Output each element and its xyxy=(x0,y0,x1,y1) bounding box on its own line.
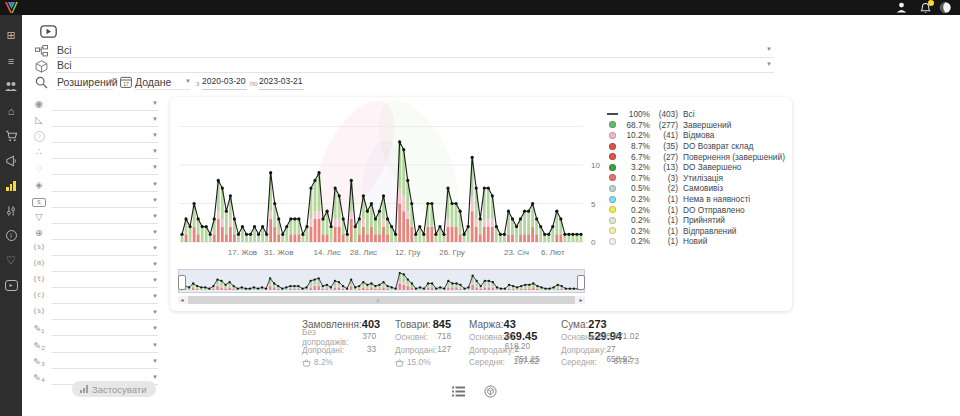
legend-item[interactable]: 0.5%(2)Самовивіз xyxy=(606,183,788,194)
search-mode-select[interactable]: Розширений ▼ xyxy=(56,76,113,90)
legend-item[interactable]: 0.2%(1)Нема в наявності xyxy=(606,194,788,205)
chevron-down-icon[interactable]: ▼ xyxy=(152,293,158,299)
filter-dropdown[interactable]: ▼ xyxy=(52,355,158,369)
sidebar-item-clients[interactable] xyxy=(0,73,22,98)
sidebar-item-dashboard[interactable]: ⊞ xyxy=(0,23,22,48)
legend-item[interactable]: 6.7%(27)Повернення (завершений) xyxy=(606,151,788,162)
chevron-down-icon[interactable]: ▼ xyxy=(152,213,158,219)
search-icon[interactable] xyxy=(35,76,48,89)
sidebar-item-analytics[interactable] xyxy=(0,173,22,198)
filter-row-globe[interactable]: ⊕▼ xyxy=(30,226,160,241)
sidebar-item-partners[interactable]: ♡ xyxy=(0,248,22,273)
chevron-down-icon[interactable]: ▼ xyxy=(185,78,191,84)
legend-item[interactable]: 100%(403)Всі xyxy=(606,109,788,120)
product-view-icon[interactable] xyxy=(484,385,497,398)
legend-item[interactable]: 0.2%(1)Відправлений xyxy=(606,226,788,237)
chart-scrollbar[interactable]: ◂ ▸ ≡ xyxy=(178,296,585,304)
navigator-right-handle[interactable] xyxy=(577,275,585,290)
chevron-down-icon[interactable]: ▼ xyxy=(152,358,158,364)
chevron-down-icon[interactable]: ▼ xyxy=(152,245,158,251)
date-from-input[interactable]: 2020-03-20 xyxy=(202,76,247,90)
chevron-down-icon[interactable]: ▼ xyxy=(152,309,158,315)
sidebar-item-tutorials[interactable]: ▸ xyxy=(0,273,22,298)
chevron-down-icon[interactable]: ▼ xyxy=(152,132,158,138)
filter-dropdown[interactable]: ▼ xyxy=(52,194,158,208)
chevron-down-icon[interactable]: ▼ xyxy=(152,261,158,267)
chart-navigator[interactable] xyxy=(178,269,585,293)
filter-row-custom-field-2[interactable]: ✎₂▼ xyxy=(30,339,160,354)
filter-row-custom-field-3[interactable]: ✎₃▼ xyxy=(30,355,160,370)
chevron-down-icon[interactable]: ▼ xyxy=(152,116,158,122)
filter-dropdown[interactable]: ▼ xyxy=(52,210,158,224)
filter-dropdown[interactable]: ▼ xyxy=(52,97,158,111)
sidebar-item-orders[interactable]: ≡ xyxy=(0,48,22,73)
list-view-icon[interactable] xyxy=(452,386,465,397)
filter-dropdown[interactable]: ▼ xyxy=(52,113,158,127)
filter-row-var-c[interactable]: {c}▼ xyxy=(30,290,160,305)
bell-icon[interactable] xyxy=(919,1,932,14)
chevron-down-icon[interactable]: ▼ xyxy=(108,78,114,84)
filter-dropdown[interactable]: ▼ xyxy=(52,339,158,353)
sidebar-item-marketing[interactable] xyxy=(0,148,22,173)
chevron-down-icon[interactable]: ▼ xyxy=(152,181,158,187)
presentation-icon[interactable] xyxy=(40,25,57,38)
date-to-input[interactable]: 2023-03-21 xyxy=(259,76,304,90)
filter-dropdown[interactable]: ▼ xyxy=(52,322,158,336)
legend-item[interactable]: 0.7%(3)Утилізація xyxy=(606,173,788,184)
filter-dropdown[interactable]: ▼ xyxy=(52,242,158,256)
filter-row-package[interactable]: ◈▼ xyxy=(30,178,160,193)
sidebar-item-store[interactable]: ⌂ xyxy=(0,98,22,123)
chevron-down-icon[interactable]: ▼ xyxy=(766,61,772,67)
calendar-icon[interactable]: 17 xyxy=(120,76,132,88)
category-filter[interactable]: Всі ▼ xyxy=(56,44,774,58)
chevron-down-icon[interactable]: ▼ xyxy=(152,197,158,203)
filter-row-area-chart[interactable]: ◺▼ xyxy=(30,113,160,128)
sidebar-item-cart[interactable] xyxy=(0,123,22,148)
legend-item[interactable]: 0.2%(1)Прийнятий xyxy=(606,215,788,226)
chevron-down-icon[interactable]: ▼ xyxy=(766,46,772,52)
legend-item[interactable]: 10.2%(41)Відмова xyxy=(606,130,788,141)
filter-row-help[interactable]: ?▼ xyxy=(30,129,160,144)
filter-dropdown[interactable]: ▼ xyxy=(52,290,158,304)
filter-row-var-t[interactable]: {t}▼ xyxy=(30,274,160,289)
filter-row-var-s2[interactable]: {s}▼ xyxy=(30,306,160,321)
filter-row-var-s[interactable]: {s}▼ xyxy=(30,242,160,257)
chevron-down-icon[interactable]: ▼ xyxy=(152,374,158,380)
user-icon[interactable] xyxy=(895,1,908,14)
legend-item[interactable]: 68.7%(277)Завершений xyxy=(606,120,788,131)
filter-row-status[interactable]: ◉▼ xyxy=(30,97,160,112)
filter-dropdown[interactable]: ▼ xyxy=(52,306,158,320)
legend-item[interactable]: 0.2%(1)Новий xyxy=(606,236,788,247)
brand-logo[interactable] xyxy=(3,1,20,14)
chevron-down-icon[interactable]: ▼ xyxy=(152,100,158,106)
chevron-down-icon[interactable]: ▼ xyxy=(152,325,158,331)
product-filter[interactable]: Всі ▼ xyxy=(56,59,774,73)
scroll-right-icon[interactable]: ▸ xyxy=(577,296,585,304)
chevron-down-icon[interactable]: ▼ xyxy=(152,148,158,154)
avatar[interactable] xyxy=(939,1,952,14)
filter-dropdown[interactable]: ▼ xyxy=(52,274,158,288)
filter-row-var-m[interactable]: {m}▼ xyxy=(30,258,160,273)
filter-row-sitemap[interactable]: ∴▼ xyxy=(30,145,160,160)
chevron-down-icon[interactable]: ▼ xyxy=(152,277,158,283)
filter-dropdown[interactable]: ▼ xyxy=(52,161,158,175)
filter-row-dotted-circle[interactable]: ◌▼ xyxy=(30,161,160,176)
filter-dropdown[interactable]: ▼ xyxy=(52,178,158,192)
filter-row-money[interactable]: $▼ xyxy=(30,194,160,209)
legend-item[interactable]: 8.7%(35)DO Возврат склад xyxy=(606,141,788,152)
chevron-down-icon[interactable]: ▼ xyxy=(152,229,158,235)
filter-dropdown[interactable]: ▼ xyxy=(52,226,158,240)
filter-dropdown[interactable]: ▼ xyxy=(52,258,158,272)
scroll-left-icon[interactable]: ◂ xyxy=(178,296,186,304)
sidebar-item-info[interactable]: i xyxy=(0,223,22,248)
chevron-down-icon[interactable]: ▼ xyxy=(152,164,158,170)
scrollbar-thumb[interactable]: ≡ xyxy=(188,296,575,304)
date-field-select[interactable]: Додане ▼ xyxy=(134,76,190,90)
legend-item[interactable]: 3.2%(13)DO Завершено xyxy=(606,162,788,173)
navigator-left-handle[interactable] xyxy=(178,275,186,290)
apply-button[interactable]: Застосувати xyxy=(72,381,156,397)
filter-row-funnel[interactable]: ▽▼ xyxy=(30,210,160,225)
chevron-down-icon[interactable]: ▼ xyxy=(152,342,158,348)
filter-dropdown[interactable]: ▼ xyxy=(52,129,158,143)
sidebar-item-settings[interactable] xyxy=(0,198,22,223)
